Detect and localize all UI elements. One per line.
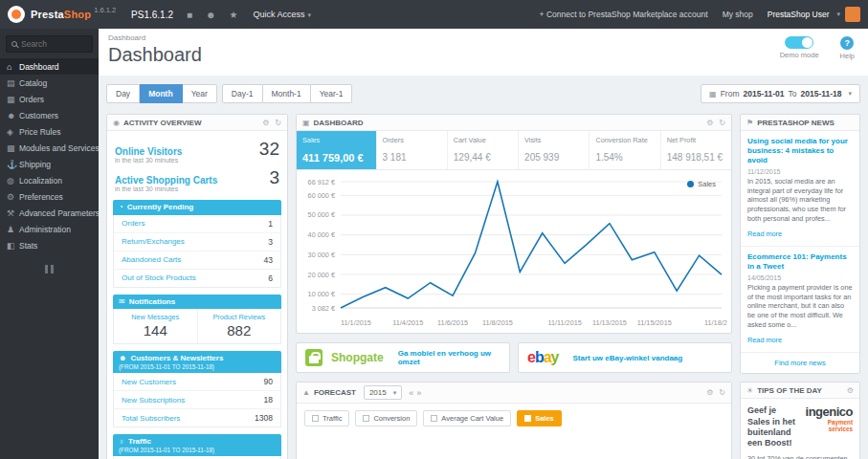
kpi-orders[interactable]: Orders3 181 [377,131,448,169]
kpi-net-profit[interactable]: Net Profit148 918,51 € [661,131,731,169]
sidebar-item-price-rules[interactable]: ◈Price Rules [0,123,99,140]
new-messages-cell: New Messages144 [114,309,198,343]
shop-name-link[interactable]: PS1.6.1.2 [131,10,173,20]
prestashop-logo [8,6,25,23]
legend-average-cart-value[interactable]: Average Cart Value [423,410,511,426]
next-year-button[interactable]: » [416,388,421,398]
notifications-header: ✉Notifications [113,295,281,310]
pending-row-out-of-stock: Out of Stock Products6 [114,270,280,287]
svg-text:20 000 €: 20 000 € [308,271,335,279]
sidebar-item-administration[interactable]: ♟Administration [0,221,99,237]
chart-legend[interactable]: Sales [687,180,716,188]
search-input[interactable] [21,39,87,49]
online-visitors: Online Visitors32 in the last 30 minutes [113,136,281,164]
sidebar-item-advanced-parameters[interactable]: ⚒Advanced Parameters [0,205,99,221]
sidebar-item-customers[interactable]: ☻Customers [0,107,99,123]
sidebar-search[interactable] [6,35,93,53]
clock-icon: ◔ [119,203,123,211]
find-more-news-link[interactable]: Find more news [741,353,859,373]
toggle-switch[interactable] [785,36,813,49]
quick-access-menu[interactable]: Quick Access▾ [254,10,312,19]
sidebar-collapse-control[interactable] [43,265,56,273]
checkbox-icon [431,415,437,422]
ebay-link[interactable]: Start uw eBay-winkel vandaag [573,354,683,362]
filter-year-1-button[interactable]: Year-1 [311,84,353,103]
sidebar-item-shipping[interactable]: ⚓Shipping [0,156,99,172]
trophy-icon[interactable]: ★ [230,10,238,20]
year-select[interactable]: 2015▾ [364,385,402,400]
profile-icon[interactable]: ☻ [206,10,216,20]
modules-icon: ▩ [7,143,19,153]
article-title-link[interactable]: Using social media for your business: 4 … [747,137,853,165]
topbar: PrestaShop 1.6.1.2 PS1.6.1.2 ■ ☻ ★ Quick… [0,0,868,29]
active-shopping-carts: Active Shopping Carts3 in the last 30 mi… [113,164,281,193]
sidebar-item-localization[interactable]: ◍Localization [0,172,99,188]
filter-year-button[interactable]: Year [183,84,217,103]
sidebar-item-stats[interactable]: ◧Stats [0,237,99,253]
svg-text:11/8/2015: 11/8/2015 [482,318,513,327]
filter-month-button[interactable]: Month [140,84,183,103]
flag-icon: ⚑ [746,119,753,127]
my-shop-link[interactable]: My shop [723,10,753,19]
sidebar: ⌂Dashboard ▤Catalog ▦Orders ☻Customers ◈… [0,29,99,459]
article-date: 11/12/2015 [747,168,853,175]
read-more-link[interactable]: Read more [747,336,782,344]
svg-text:11/4/2015: 11/4/2015 [392,318,423,327]
activity-icon: ◉ [113,119,120,127]
kpi-cart-value[interactable]: Cart Value129,44 € [448,131,519,169]
legend-conversion[interactable]: Conversion [355,410,417,426]
sidebar-item-dashboard[interactable]: ⌂Dashboard [0,58,99,75]
sidebar-item-catalog[interactable]: ▤Catalog [0,75,99,91]
help-button[interactable]: ? Help [840,36,855,60]
shipping-icon: ⚓ [7,160,19,169]
svg-text:11/6/2015: 11/6/2015 [437,318,468,327]
chevron-down-icon: ▾ [308,11,312,18]
date-range-picker[interactable]: ▦ From2015-11-01 To2015-11-18 ▾ [701,84,860,103]
demo-mode-toggle[interactable]: Demo mode [780,36,819,60]
sales-chart-area: 66 912 €60 000 €50 000 €40 000 €30 000 €… [297,170,731,333]
gear-icon[interactable]: ⚙ [847,386,854,395]
read-more-link[interactable]: Read more [747,230,782,238]
legend-sales[interactable]: Sales [517,410,562,426]
sidebar-item-orders[interactable]: ▦Orders [0,91,99,107]
refresh-icon[interactable]: ↻ [719,388,725,397]
news-article: Using social media for your business: 4 … [741,131,859,247]
article-title-link[interactable]: Ecommerce 101: Payments in a Tweet [747,252,853,272]
kpi-visits[interactable]: Visits205 939 [519,131,590,169]
svg-text:50 000 €: 50 000 € [308,210,335,219]
user-menu[interactable]: PrestaShop User▾ [768,7,860,22]
marketplace-link[interactable]: + Connect to PrestaShop Marketplace acco… [540,10,708,19]
shopgate-logo: Shopgate [331,351,384,364]
prev-year-button[interactable]: « [409,388,413,398]
cart-icon[interactable]: ■ [187,10,192,20]
gear-icon[interactable]: ⚙ [706,388,713,397]
legend-traffic[interactable]: Traffic [304,410,349,426]
panel-title: ACTIVITY OVERVIEW [123,119,202,127]
svg-text:40 000 €: 40 000 € [308,230,335,239]
breadcrumb: Dashboard [108,33,858,42]
activity-overview-panel: ◉ ACTIVITY OVERVIEW ⚙↻ Online Visitors32… [106,114,288,459]
sidebar-item-preferences[interactable]: ⚙Preferences [0,188,99,205]
filter-month-1-button[interactable]: Month-1 [263,84,311,103]
tools-icon: ⚒ [7,208,19,218]
customers-row-new-subscriptions: New Subscriptions18 [114,391,280,409]
gear-icon: ⚙ [7,192,19,202]
sidebar-item-modules[interactable]: ▩Modules and Services [0,140,99,156]
kpi-conversion-rate[interactable]: Conversion Rate1.54% [590,131,660,169]
legend-dot-icon [687,181,694,187]
gear-icon[interactable]: ⚙ [706,119,713,127]
filter-day-button[interactable]: Day [106,84,140,103]
question-icon: ? [840,36,854,50]
people-icon: ☻ [119,354,126,362]
gear-icon[interactable]: ⚙ [262,119,269,127]
orders-icon: ▦ [7,95,19,104]
kpi-sales[interactable]: Sales411 759,00 € [297,131,377,169]
traffic-header: ♁Traffic(FROM 2015-11-01 TO 2015-11-18) [113,434,281,456]
refresh-icon[interactable]: ↻ [275,119,281,127]
refresh-icon[interactable]: ↻ [719,119,725,127]
administration-icon: ♟ [7,225,19,234]
shopgate-link[interactable]: Ga mobiel en verhoog uw omzet [398,349,501,366]
ingenico-logo: ingenico Payment services [804,405,853,448]
article-excerpt: In 2015, social media are an integral pa… [747,177,853,223]
filter-day-1-button[interactable]: Day-1 [222,84,263,103]
